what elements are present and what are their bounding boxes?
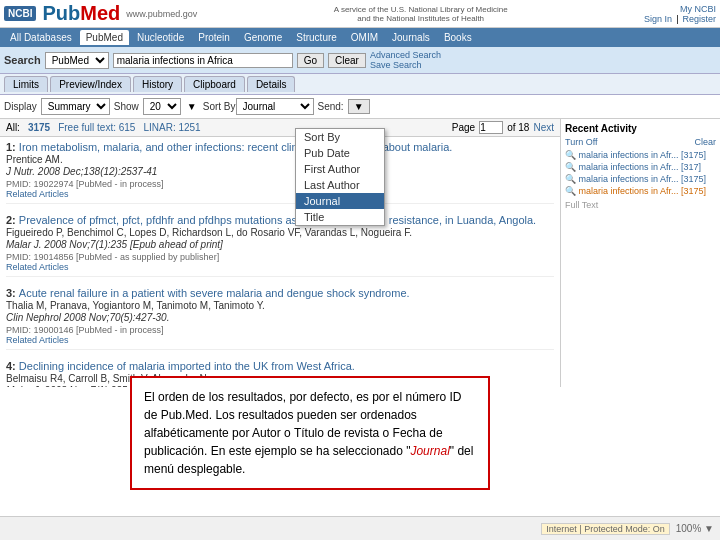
nav-books[interactable]: Books xyxy=(438,30,478,45)
related-articles-link[interactable]: Related Articles xyxy=(6,262,69,272)
result-num: 4: xyxy=(6,360,19,372)
tab-details[interactable]: Details xyxy=(247,76,296,92)
display-select[interactable]: Summary xyxy=(41,98,110,115)
nav-genome[interactable]: Genome xyxy=(238,30,288,45)
result-pmid: PMID: 19014856 [PubMed - as supplied by … xyxy=(6,252,219,262)
page-input[interactable] xyxy=(479,121,503,134)
results-right: Page of 18 Next xyxy=(452,121,554,134)
nav-bar: All Databases PubMed Nucleotide Protein … xyxy=(0,28,720,47)
sort-option-title[interactable]: Title xyxy=(296,209,384,225)
result-journal: Clin Nephrol 2008 Nov;70(5):427-30. xyxy=(6,312,169,323)
sort-select[interactable]: Sort By Pub Date First Author Last Autho… xyxy=(236,98,314,115)
result-authors: Prentice AM. xyxy=(6,154,63,165)
arrow-icon: ▼ xyxy=(187,101,197,112)
page-label: Page xyxy=(452,122,475,133)
send-button[interactable]: ▼ xyxy=(348,99,370,114)
sort-area: Sort By Sort By Pub Date First Author La… xyxy=(203,98,314,115)
sort-label: Sort By xyxy=(203,101,236,112)
site-url: www.pubmed.gov xyxy=(126,9,197,19)
next-link[interactable]: Next xyxy=(533,122,554,133)
tab-preview-index[interactable]: Preview/Index xyxy=(50,76,131,92)
sort-option-first-author[interactable]: First Author xyxy=(296,161,384,177)
pubmed-med: Med xyxy=(80,2,120,24)
go-button[interactable]: Go xyxy=(297,53,324,68)
results-list: 1: Iron metabolism, malaria, and other i… xyxy=(0,137,560,387)
nav-journals[interactable]: Journals xyxy=(386,30,436,45)
result-authors: Figueiredo P, Benchimol C, Lopes D, Rich… xyxy=(6,227,412,238)
pubmed-logo: PubMed xyxy=(42,2,120,25)
result-title[interactable]: Declining incidence of malaria imported … xyxy=(19,360,355,372)
related-articles-link[interactable]: Related Articles xyxy=(6,189,69,199)
callout-box: El orden de los resultados, por defecto,… xyxy=(130,376,490,490)
recent-search-1[interactable]: 🔍 malaria infections in Afr... [3175] xyxy=(565,150,716,160)
result-num: 3: xyxy=(6,287,19,299)
clear-button[interactable]: Clear xyxy=(328,53,366,68)
status-bar: Internet | Protected Mode: On 100% ▼ xyxy=(0,516,720,540)
result-item: 3: Acute renal failure in a patient with… xyxy=(6,287,554,350)
result-title[interactable]: Iron metabolism, malaria, and other infe… xyxy=(19,141,453,153)
ncbi-logo: NCBI xyxy=(4,6,36,21)
tab-clipboard[interactable]: Clipboard xyxy=(184,76,245,92)
search-input[interactable] xyxy=(113,53,293,68)
nav-omim[interactable]: OMIM xyxy=(345,30,384,45)
pubmed-pub: Pub xyxy=(42,2,80,24)
result-links: Related Articles xyxy=(6,262,554,272)
show-label: Show xyxy=(114,101,139,112)
right-sidebar: Recent Activity Turn Off Clear 🔍 malaria… xyxy=(560,119,720,387)
tabs-bar: Limits Preview/Index History Clipboard D… xyxy=(0,74,720,95)
turn-off-link[interactable]: Turn Off xyxy=(565,137,598,147)
header-left: NCBI PubMed www.pubmed.gov xyxy=(4,2,197,25)
database-select[interactable]: PubMed xyxy=(45,52,109,69)
search-label: Search xyxy=(4,54,41,66)
result-num: 1: xyxy=(6,141,19,153)
nav-all-databases[interactable]: All Databases xyxy=(4,30,78,45)
register-link[interactable]: Register xyxy=(682,14,716,24)
nav-structure[interactable]: Structure xyxy=(290,30,343,45)
result-item: 1: Iron metabolism, malaria, and other i… xyxy=(6,141,554,204)
of-label: of 18 xyxy=(507,122,529,133)
clear-link[interactable]: Clear xyxy=(694,137,716,147)
sort-option-pub-date[interactable]: Pub Date xyxy=(296,145,384,161)
results-header: All: 3175 Free full text: 615 LINAR: 125… xyxy=(0,119,560,137)
page-nav: Page of 18 Next xyxy=(452,121,554,134)
nav-pubmed[interactable]: PubMed xyxy=(80,30,129,45)
result-title[interactable]: Prevalence of pfmct, pfct, pfdhfr and pf… xyxy=(19,214,536,226)
recent-search-4[interactable]: 🔍 malaria infections in Afr... [3175] xyxy=(565,186,716,196)
recent-search-2[interactable]: 🔍 malaria infections in Afr... [317] xyxy=(565,162,716,172)
result-links: Related Articles xyxy=(6,335,554,345)
advanced-search-link[interactable]: Advanced Search xyxy=(370,50,441,60)
free-full-text[interactable]: Free full text: 615 xyxy=(58,122,135,133)
tab-limits[interactable]: Limits xyxy=(4,76,48,92)
result-title[interactable]: Acute renal failure in a patient with se… xyxy=(19,287,410,299)
tab-history[interactable]: History xyxy=(133,76,182,92)
status-right: Internet | Protected Mode: On 100% ▼ xyxy=(541,523,714,535)
nav-nucleotide[interactable]: Nucleotide xyxy=(131,30,190,45)
result-item: 2: Prevalence of pfmct, pfct, pfdhfr and… xyxy=(6,214,554,277)
sort-option-last-author[interactable]: Last Author xyxy=(296,177,384,193)
full-text-label: Full Text xyxy=(565,200,716,210)
result-num: 2: xyxy=(6,214,19,226)
controls-bar: Display Summary Show 20 ▼ Sort By Sort B… xyxy=(0,95,720,119)
protected-mode-label: Internet | Protected Mode: On xyxy=(541,523,669,535)
sort-option-journal[interactable]: Journal xyxy=(296,193,384,209)
recent-activity-title: Recent Activity xyxy=(565,123,716,134)
ncbi-label: NCBI xyxy=(8,8,32,19)
sort-dropdown[interactable]: Sort By Pub Date First Author Last Autho… xyxy=(295,128,385,226)
result-journal: Malar J. 2008 Nov;7(1):235 [Epub ahead o… xyxy=(6,239,223,250)
save-search-link[interactable]: Save Search xyxy=(370,60,441,70)
nav-protein[interactable]: Protein xyxy=(192,30,236,45)
sort-option-sort-by[interactable]: Sort By xyxy=(296,129,384,145)
results-area: All: 3175 Free full text: 615 LINAR: 125… xyxy=(0,119,560,387)
my-ncbi-link[interactable]: My NCBI xyxy=(680,4,716,14)
related-articles-link[interactable]: Related Articles xyxy=(6,335,69,345)
show-select[interactable]: 20 xyxy=(143,98,181,115)
zoom-level[interactable]: 100% ▼ xyxy=(676,523,714,534)
all-count: 3175 xyxy=(28,122,50,133)
result-authors: Thalia M, Pranava, Yogiantoro M, Tanimot… xyxy=(6,300,265,311)
send-label: Send: xyxy=(318,101,344,112)
recent-search-3[interactable]: 🔍 malaria infections in Afr... [3175] xyxy=(565,174,716,184)
result-pmid: PMID: 19022974 [PubMed - in process] xyxy=(6,179,164,189)
ncbi-badge: NCBI xyxy=(4,6,36,21)
display-label: Display xyxy=(4,101,37,112)
sign-in-link[interactable]: Sign In xyxy=(644,14,672,24)
